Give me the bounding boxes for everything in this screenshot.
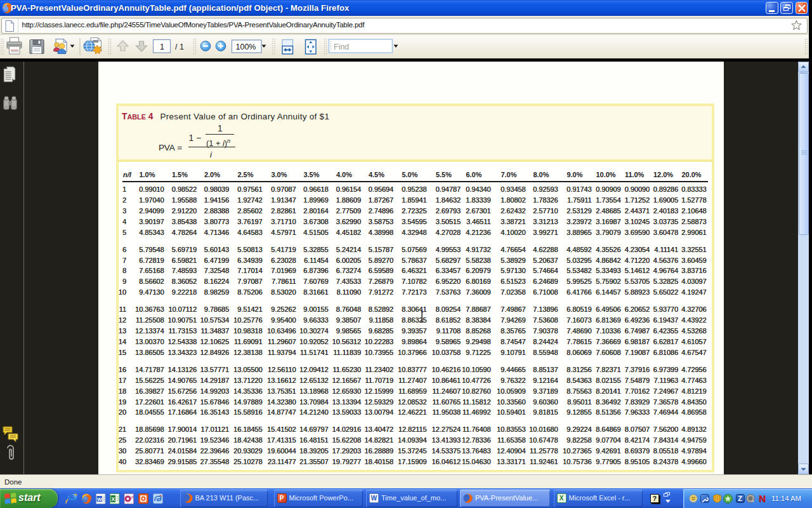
svg-text:100%: 100% [236,43,256,51]
svg-text:X: X [112,496,115,502]
svg-text:/ 1: / 1 [175,43,184,51]
svg-text:1: 1 [160,43,164,51]
svg-text:Find: Find [334,43,349,51]
svg-text:W: W [97,497,102,502]
